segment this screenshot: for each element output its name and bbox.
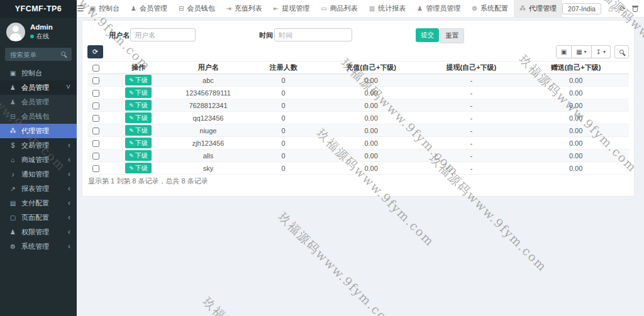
column-header: 用户名 xyxy=(172,62,244,74)
table-row: ✎下级 123456789111 0 0.00 - 0.00 xyxy=(87,87,629,99)
report-icon: ↗ xyxy=(9,182,17,196)
home-icon[interactable]: ⌂ xyxy=(608,4,613,13)
select-all-cell xyxy=(87,62,105,74)
subordinate-button[interactable]: ✎下级 xyxy=(125,125,152,136)
pencil-icon: ✎ xyxy=(129,153,134,159)
cell-gift: 0.00 xyxy=(523,124,629,137)
topnav-item-member[interactable]: ♟ 会员管理 xyxy=(125,0,173,17)
cell-withdraw: - xyxy=(420,124,523,137)
chevron-icon: ‹ xyxy=(68,138,70,153)
recharge-icon: ⇥ xyxy=(226,5,231,12)
pencil-icon: ✎ xyxy=(129,140,134,146)
row-checkbox[interactable] xyxy=(92,102,99,109)
topnav-item-withdraw[interactable]: ⇤ 提现管理 xyxy=(268,0,315,17)
export-icon: ↧ xyxy=(596,48,601,55)
cell-register-count: 0 xyxy=(245,137,323,150)
dashboard-icon: ▣ xyxy=(90,5,96,12)
topnav-item-stats[interactable]: ▥ 统计报表 xyxy=(364,0,411,17)
table-search-button[interactable] xyxy=(614,45,629,58)
sidebar-item-dashboard[interactable]: ▣ 控制台 xyxy=(0,66,77,80)
row-checkbox[interactable] xyxy=(92,128,99,134)
withdraw-icon: ⇤ xyxy=(274,5,279,12)
row-checkbox[interactable] xyxy=(92,115,99,122)
sidebar-item-wallet[interactable]: ⊟ 会员钱包 xyxy=(0,109,77,124)
sidebar-item-sys[interactable]: ⚙ 系统管理 ‹ xyxy=(0,239,77,254)
time-filter-input[interactable] xyxy=(274,28,352,41)
toggle-view-button[interactable]: ▣ xyxy=(556,45,572,58)
cell-gift: 0.00 xyxy=(523,87,629,99)
app-logo: YFCMF-TP6 xyxy=(0,0,77,18)
cell-gift: 0.00 xyxy=(523,99,629,112)
table-row: ✎下级 sky 0 0.00 - 0.00 xyxy=(87,162,629,175)
topnav-item-dashboard[interactable]: ▣ 控制台 xyxy=(84,0,125,17)
refresh-icon: ⟳ xyxy=(92,48,98,55)
sidebar-item-member-sub[interactable]: ♟ 会员管理 xyxy=(0,95,77,109)
table-header-row: 操作用户名注册人数充值(自己+下级)提现(自己+下级)赠送(自己+下级) xyxy=(87,62,629,74)
subordinate-button[interactable]: ✎下级 xyxy=(125,87,152,98)
user-status-label: 在线 xyxy=(36,32,49,41)
select-all-checkbox[interactable] xyxy=(92,65,99,72)
row-checkbox[interactable] xyxy=(92,153,99,160)
agents-table: 操作用户名注册人数充值(自己+下级)提现(自己+下级)赠送(自己+下级) ✎下级… xyxy=(87,61,629,175)
sidebar-item-agent[interactable]: ⁂ 代理管理 xyxy=(0,124,77,138)
sidebar-item-member[interactable]: ♟ 会员管理 ˅ xyxy=(0,80,77,95)
columns-button[interactable]: ▦ ▾ xyxy=(572,45,591,58)
pencil-icon: ✎ xyxy=(129,165,134,172)
cell-gift: 0.00 xyxy=(523,162,629,175)
sidebar-item-mall[interactable]: ⌂ 商城管理 ‹ xyxy=(0,153,77,167)
topnav: ☰ ▣ 控制台 ♟ 会员管理 ⊟ 会员钱包 ⇥ 充值列表 ⇤ 提现管理 ▭ 商品… xyxy=(77,0,644,18)
member-icon: ♟ xyxy=(9,80,17,95)
topnav-item-agent[interactable]: ⁂ 代理管理 xyxy=(514,0,562,17)
sidebar-search xyxy=(5,48,72,61)
username-filter-input[interactable] xyxy=(130,28,196,41)
table-row: ✎下级 zjh123456 0 0.00 - 0.00 xyxy=(87,137,629,150)
cell-register-count: 0 xyxy=(245,150,323,162)
subordinate-button[interactable]: ✎下级 xyxy=(125,150,152,161)
row-checkbox[interactable] xyxy=(92,165,99,172)
subordinate-button[interactable]: ✎下级 xyxy=(125,138,152,148)
export-button[interactable]: ↧ ▾ xyxy=(592,45,611,58)
mall-icon: ⌂ xyxy=(9,153,17,167)
row-checkbox[interactable] xyxy=(92,90,99,97)
chevron-icon: ‹ xyxy=(68,225,70,239)
topnav-item-wallet[interactable]: ⊟ 会员钱包 xyxy=(173,0,220,17)
sidebar-item-pay[interactable]: ▤ 支付配置 ‹ xyxy=(0,196,77,210)
topnav-item-config[interactable]: ⚙ 系统配置 xyxy=(466,0,514,17)
column-header: 提现(自己+下级) xyxy=(420,62,523,74)
sidebar-item-report[interactable]: ↗ 报表管理 ‹ xyxy=(0,182,77,196)
column-header: 充值(自己+下级) xyxy=(323,62,420,74)
cell-username: niuge xyxy=(172,124,244,137)
site-selector[interactable]: 207-India xyxy=(562,3,601,14)
reset-button[interactable]: 重置 xyxy=(440,28,464,43)
topnav-item-admin[interactable]: ♟ 管理员管理 xyxy=(411,0,466,17)
cell-username: alls xyxy=(172,150,244,162)
subordinate-button[interactable]: ✎下级 xyxy=(125,112,152,123)
user-panel: Admin 在线 xyxy=(0,18,77,45)
sidebar-item-notify[interactable]: ♪ 通知管理 ‹ xyxy=(0,167,77,182)
sidebar-menu: ▣ 控制台 ♟ 会员管理 ˅ ♟ 会员管理 ⊟ 会员钱包 ⁂ 代理管理 $ 交易… xyxy=(0,66,77,254)
topnav-item-goods[interactable]: ▭ 商品列表 xyxy=(315,0,363,17)
sidebar: YFCMF-TP6 Admin 在线 ▣ 控制台 ♟ 会员管理 ˅ ♟ 会员管理… xyxy=(0,0,77,316)
pencil-icon: ✎ xyxy=(129,90,134,96)
stats-icon: ▥ xyxy=(369,5,375,12)
chevron-icon: ˅ xyxy=(66,80,70,95)
hamburger-icon[interactable]: ☰ xyxy=(77,0,84,17)
cell-recharge: 0.00 xyxy=(323,124,420,137)
row-checkbox[interactable] xyxy=(92,77,99,84)
cell-username: 7628812341 xyxy=(172,99,244,112)
topnav-item-recharge[interactable]: ⇥ 充值列表 xyxy=(220,0,267,17)
chevron-icon: ‹ xyxy=(68,239,70,254)
sidebar-item-perm[interactable]: ♟ 权限管理 ‹ xyxy=(0,225,77,239)
subordinate-button[interactable]: ✎下级 xyxy=(125,100,152,111)
sidebar-item-trade[interactable]: $ 交易管理 ‹ xyxy=(0,138,77,153)
subordinate-button[interactable]: ✎下级 xyxy=(125,75,152,85)
sidebar-item-page[interactable]: ▢ 页面配置 ‹ xyxy=(0,210,77,225)
cell-recharge: 0.00 xyxy=(323,87,420,99)
submit-button[interactable]: 提交 xyxy=(416,28,439,42)
subordinate-button[interactable]: ✎下级 xyxy=(125,163,152,173)
trash-icon[interactable] xyxy=(633,5,638,12)
refresh-table-button[interactable]: ⟳ xyxy=(87,45,103,58)
row-checkbox[interactable] xyxy=(92,140,99,147)
columns-icon: ▦ xyxy=(576,48,582,55)
refresh-icon[interactable]: ⟳ xyxy=(619,4,626,13)
